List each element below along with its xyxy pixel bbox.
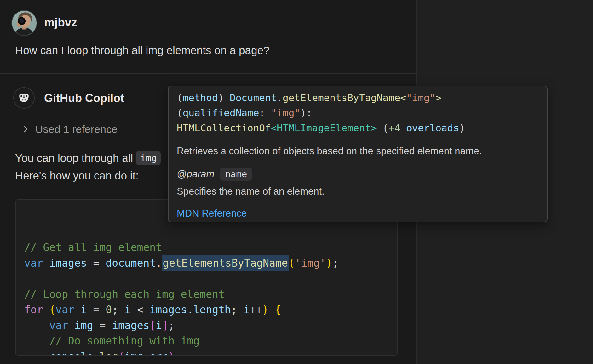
user-avatar-illustration [12,11,37,35]
inline-code-img: img [136,151,161,165]
username: mjbvz [44,16,77,30]
chevron-right-icon [21,124,30,134]
param-tag: @param [177,168,214,180]
tooltip-param-row: @param name [177,167,539,181]
references-label: Used 1 reference [35,123,118,135]
references-toggle[interactable]: Used 1 reference [21,123,118,135]
code-lines: // Get all img elementvar images = docum… [24,240,394,356]
hover-tooltip: (method) Document.getElementsByTagName<"… [168,86,548,222]
tooltip-description: Retrieves a collection of objects based … [177,145,539,157]
mdn-reference-link[interactable]: MDN Reference [177,207,247,220]
copilot-icon [17,91,31,105]
code-block: // Get all img elementvar images = docum… [15,199,398,356]
param-name-badge: name [220,168,252,181]
copilot-avatar [13,87,35,109]
user-avatar [12,11,37,35]
turn-divider [0,73,417,74]
copilot-name: GitHub Copilot [44,92,124,105]
tooltip-signature: (method) Document.getElementsByTagName<"… [177,90,539,135]
tooltip-param-description: Specifies the name of an element. [177,185,539,198]
user-message: How can I loop through all img elements … [15,43,269,57]
